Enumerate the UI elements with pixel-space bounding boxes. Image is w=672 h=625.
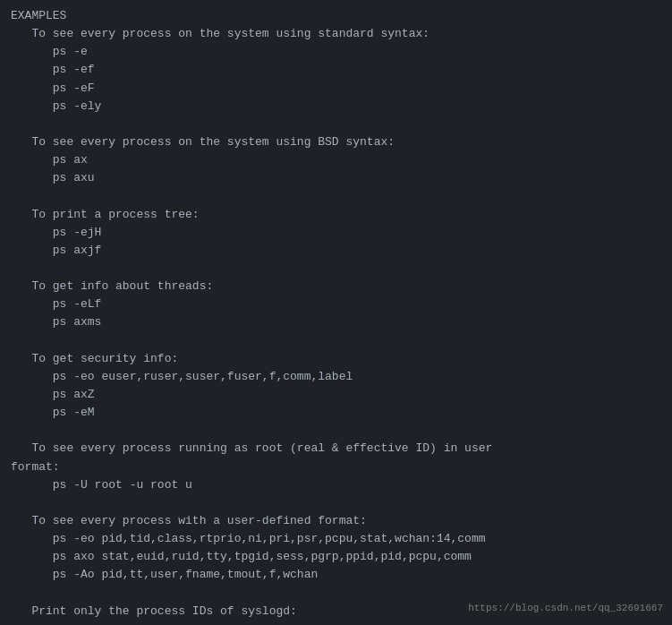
terminal-content: EXAMPLES To see every process on the sys…: [11, 7, 661, 621]
url-watermark: https://blog.csdn.net/qq_32691667: [468, 601, 663, 616]
terminal-pre: EXAMPLES To see every process on the sys…: [11, 7, 661, 621]
